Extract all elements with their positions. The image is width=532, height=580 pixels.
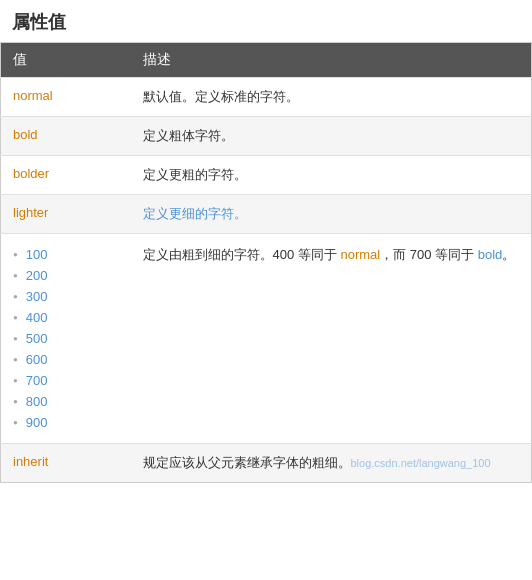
watermark-text: blog.csdn.net/langwang_100 bbox=[351, 457, 491, 469]
list-item: ●300 bbox=[13, 286, 131, 307]
table-row-numeric: ●100 ●200 ●300 ●400 ●500 ●600 bbox=[1, 234, 532, 444]
value-cell: inherit bbox=[1, 444, 131, 483]
table-header-row: 值 描述 bbox=[1, 43, 532, 78]
bullet-icon: ● bbox=[13, 271, 18, 280]
table-row: bold 定义粗体字符。 bbox=[1, 117, 532, 156]
desc-cell: 规定应该从父元素继承字体的粗细。blog.csdn.net/langwang_1… bbox=[131, 444, 532, 483]
table-row: inherit 规定应该从父元素继承字体的粗细。blog.csdn.net/la… bbox=[1, 444, 532, 483]
desc-cell: 定义粗体字符。 bbox=[131, 117, 532, 156]
bullet-icon: ● bbox=[13, 418, 18, 427]
table-row: normal 默认值。定义标准的字符。 bbox=[1, 78, 532, 117]
desc-cell: 定义更细的字符。 bbox=[131, 195, 532, 234]
header-value: 值 bbox=[1, 43, 131, 78]
list-item: ●800 bbox=[13, 391, 131, 412]
bullet-icon: ● bbox=[13, 250, 18, 259]
highlight-bold: bold bbox=[478, 247, 503, 262]
desc-cell-numeric: 定义由粗到细的字符。400 等同于 normal，而 700 等同于 bold。 bbox=[131, 234, 532, 444]
bullet-icon: ● bbox=[13, 397, 18, 406]
list-item: ●400 bbox=[13, 307, 131, 328]
desc-cell: 默认值。定义标准的字符。 bbox=[131, 78, 532, 117]
bullet-icon: ● bbox=[13, 376, 18, 385]
value-cell: normal bbox=[1, 78, 131, 117]
list-item: ●500 bbox=[13, 328, 131, 349]
header-desc: 描述 bbox=[131, 43, 532, 78]
bullet-icon: ● bbox=[13, 334, 18, 343]
list-item: ●200 bbox=[13, 265, 131, 286]
value-cell-numeric: ●100 ●200 ●300 ●400 ●500 ●600 bbox=[1, 234, 131, 444]
table-row: bolder 定义更粗的字符。 bbox=[1, 156, 532, 195]
list-item: ●900 bbox=[13, 412, 131, 433]
value-cell: bold bbox=[1, 117, 131, 156]
page-title: 属性值 bbox=[0, 0, 532, 42]
list-item: ●600 bbox=[13, 349, 131, 370]
bullet-icon: ● bbox=[13, 355, 18, 364]
highlight-normal: normal bbox=[340, 247, 380, 262]
list-item: ●700 bbox=[13, 370, 131, 391]
value-cell: lighter bbox=[1, 195, 131, 234]
table-row: lighter 定义更细的字符。 bbox=[1, 195, 532, 234]
list-item: ●100 bbox=[13, 244, 131, 265]
value-cell: bolder bbox=[1, 156, 131, 195]
property-table: 值 描述 normal 默认值。定义标准的字符。 bold 定义粗体字符。 bo… bbox=[0, 42, 532, 483]
bullet-icon: ● bbox=[13, 292, 18, 301]
numeric-list: ●100 ●200 ●300 ●400 ●500 ●600 bbox=[13, 244, 131, 433]
bullet-icon: ● bbox=[13, 313, 18, 322]
desc-cell: 定义更粗的字符。 bbox=[131, 156, 532, 195]
